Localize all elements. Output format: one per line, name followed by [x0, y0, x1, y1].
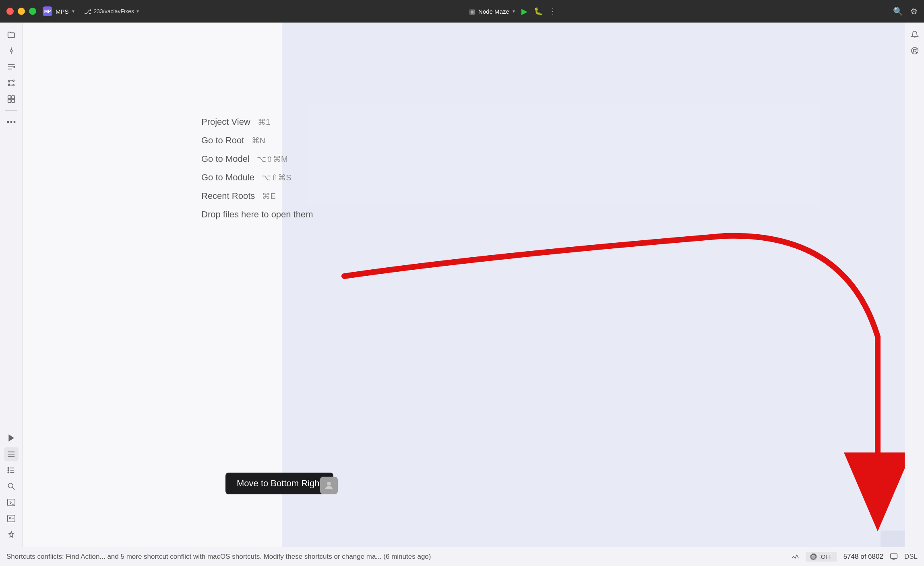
- menu-recent-roots[interactable]: Recent Roots ⌘E: [201, 187, 313, 205]
- svg-point-18: [7, 121, 9, 123]
- status-right: 🔘 :OFF 5748 of 6802 DSL: [791, 552, 918, 562]
- menu-recent-roots-shortcut: ⌘E: [262, 192, 275, 200]
- antenna-icon[interactable]: [791, 553, 799, 561]
- overlay-area: [282, 23, 905, 547]
- menu-go-to-model-label: Go to Model: [201, 154, 250, 164]
- menu-go-to-module[interactable]: Go to Module ⌥⇧⌘S: [201, 168, 313, 187]
- svg-point-31: [8, 483, 13, 488]
- menu-go-to-root-shortcut: ⌘N: [252, 136, 265, 145]
- app-icon: MP: [43, 6, 52, 16]
- sidebar-bottom: [4, 431, 19, 542]
- menu-go-to-module-shortcut: ⌥⇧⌘S: [262, 173, 291, 182]
- menu-items: Project View ⌘1 Go to Root ⌘N Go to Mode…: [201, 113, 313, 224]
- branch-icon: ⎇: [84, 8, 91, 15]
- app-chevron-icon: ▾: [72, 8, 74, 14]
- menu-recent-roots-label: Recent Roots: [201, 191, 255, 201]
- sidebar-item-blocks[interactable]: [4, 92, 19, 106]
- svg-point-30: [8, 472, 9, 473]
- svg-point-9: [8, 80, 10, 82]
- connection-icon[interactable]: [907, 43, 922, 58]
- menu-go-to-module-label: Go to Module: [201, 172, 254, 182]
- traffic-lights: [6, 8, 36, 15]
- sidebar-item-more[interactable]: [4, 115, 19, 129]
- menu-go-to-root-label: Go to Root: [201, 135, 244, 145]
- menu-project-view-shortcut: ⌘1: [258, 118, 270, 126]
- sidebar-item-run[interactable]: [4, 431, 19, 445]
- svg-marker-21: [9, 435, 14, 441]
- badge-text: :OFF: [819, 553, 833, 560]
- svg-point-20: [13, 121, 15, 123]
- status-dsl-text: DSL: [904, 553, 918, 561]
- bottom-right-panel: [881, 531, 905, 547]
- status-count: 5748 of 6802: [843, 553, 883, 561]
- sidebar-item-bullets[interactable]: [4, 463, 19, 477]
- sidebar-item-commit[interactable]: [4, 43, 19, 58]
- svg-point-19: [10, 121, 12, 123]
- notification-icon[interactable]: [907, 27, 922, 42]
- menu-drop-files: Drop files here to open them: [201, 205, 313, 224]
- svg-point-8: [12, 80, 14, 82]
- menu-go-to-model-shortcut: ⌥⇧⌘M: [257, 155, 288, 163]
- branch-name: 233/vaclavFixes: [94, 8, 134, 14]
- svg-point-10: [12, 85, 14, 86]
- app-title[interactable]: MP MPS ▾: [43, 6, 74, 16]
- svg-point-28: [8, 467, 9, 469]
- sidebar-item-graph[interactable]: [4, 76, 19, 90]
- dsl-icon[interactable]: [890, 553, 898, 561]
- svg-point-6: [13, 66, 15, 68]
- right-sidebar: [905, 23, 924, 547]
- titlebar-center: ▣ Node Maze ▾ ▶ 🐛 ⋮: [139, 6, 887, 16]
- menu-project-view-label: Project View: [201, 117, 250, 127]
- statusbar: Shortcuts conflicts: Find Action... and …: [0, 547, 924, 566]
- sidebar-item-filter[interactable]: [4, 60, 19, 74]
- svg-line-32: [12, 488, 14, 490]
- close-button[interactable]: [6, 8, 14, 15]
- project-chevron-icon: ▾: [513, 8, 515, 14]
- svg-rect-14: [8, 96, 10, 99]
- svg-point-0: [10, 50, 12, 52]
- sidebar-divider: [5, 110, 17, 111]
- search-icon[interactable]: 🔍: [893, 6, 903, 16]
- branch-selector[interactable]: ⎇ 233/vaclavFixes ▾: [84, 8, 139, 15]
- settings-icon[interactable]: ⚙: [910, 6, 918, 16]
- project-name: Node Maze: [478, 8, 509, 15]
- status-off-badge[interactable]: 🔘 :OFF: [806, 552, 837, 562]
- sidebar-item-list[interactable]: [4, 447, 19, 461]
- maximize-button[interactable]: [29, 8, 36, 15]
- menu-project-view[interactable]: Project View ⌘1: [201, 113, 313, 131]
- sidebar-item-search[interactable]: [4, 479, 19, 494]
- svg-point-40: [913, 50, 916, 52]
- titlebar: MP MPS ▾ ⎇ 233/vaclavFixes ▾ ▣ Node Maze…: [0, 0, 924, 23]
- svg-point-7: [8, 85, 10, 86]
- svg-point-29: [8, 470, 9, 471]
- svg-line-43: [916, 48, 917, 50]
- sidebar-item-terminal[interactable]: [4, 495, 19, 510]
- minimize-button[interactable]: [18, 8, 25, 15]
- svg-rect-47: [891, 554, 897, 558]
- left-sidebar: [0, 23, 23, 547]
- project-icon: ▣: [469, 8, 475, 15]
- menu-go-to-root[interactable]: Go to Root ⌘N: [201, 131, 313, 150]
- app-name: MPS: [56, 8, 69, 15]
- svg-line-42: [916, 52, 917, 53]
- menu-drop-files-label: Drop files here to open them: [201, 209, 313, 219]
- sidebar-item-pin[interactable]: [4, 527, 19, 542]
- sidebar-item-folder[interactable]: [4, 27, 19, 42]
- svg-rect-17: [11, 99, 14, 102]
- svg-line-41: [912, 48, 914, 50]
- svg-rect-16: [8, 99, 10, 102]
- svg-line-44: [912, 52, 914, 53]
- svg-rect-35: [7, 515, 14, 522]
- debug-button[interactable]: 🐛: [534, 7, 543, 16]
- titlebar-right: 🔍 ⚙: [893, 6, 918, 16]
- avatar: [320, 477, 338, 494]
- more-actions-button[interactable]: ⋮: [549, 7, 556, 16]
- svg-point-45: [327, 482, 331, 485]
- run-button[interactable]: ▶: [521, 6, 527, 16]
- toggle-icon: 🔘: [810, 553, 817, 560]
- menu-go-to-model[interactable]: Go to Model ⌥⇧⌘M: [201, 150, 313, 168]
- sidebar-item-terminal2[interactable]: [4, 511, 19, 526]
- status-conflict-text: Shortcuts conflicts: Find Action... and …: [6, 553, 791, 561]
- project-selector[interactable]: ▣ Node Maze ▾: [469, 8, 515, 15]
- move-to-bottom-right-button[interactable]: Move to Bottom Right: [225, 473, 333, 494]
